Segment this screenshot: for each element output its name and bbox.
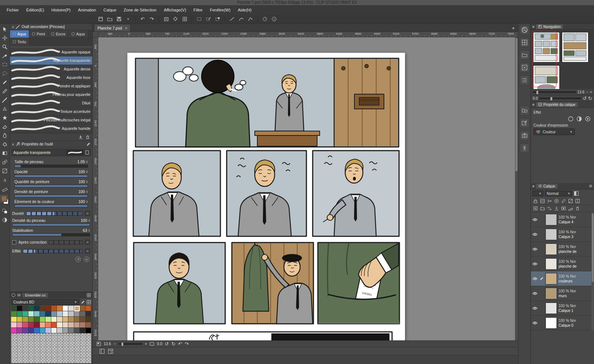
comic-page[interactable]: XAVIER GRALL DJEBEL — [127, 53, 405, 340]
open-file-icon[interactable] — [106, 16, 113, 23]
color-swatch[interactable] — [80, 306, 86, 311]
lock-layer-icon[interactable] — [533, 199, 538, 203]
value-spinner[interactable]: ▲▼ — [88, 219, 90, 222]
vertical-scrollbar[interactable] — [515, 37, 518, 340]
tool-selection-icon[interactable] — [1, 60, 9, 69]
nav-zoom-out-icon[interactable]: − — [586, 90, 588, 94]
color-wheel-icon[interactable] — [11, 293, 16, 297]
lock-transparency-icon[interactable] — [540, 199, 545, 203]
visibility-eye-icon[interactable] — [532, 247, 538, 251]
color-swatch[interactable] — [40, 317, 46, 322]
color-swatch[interactable] — [51, 322, 57, 328]
layer-property-header[interactable]: ≡ Propriété du calque — [531, 102, 594, 108]
color-swatch[interactable] — [28, 317, 34, 322]
blend-mode-select[interactable]: Normal ▼ — [545, 190, 572, 196]
rotate-left-icon[interactable]: ↺ — [165, 341, 169, 346]
color-swatch[interactable] — [86, 306, 92, 311]
nav-zoom-handle[interactable] — [536, 90, 539, 95]
color-swatch[interactable] — [57, 328, 63, 333]
layer-name[interactable]: Calque 4 — [559, 220, 593, 224]
layers-panel-header[interactable]: ≡ Calque — [531, 183, 594, 189]
nav-zoom-in-icon[interactable]: + — [590, 90, 592, 94]
screen-color-icon[interactable] — [1, 216, 9, 224]
zoom-slider[interactable] — [119, 343, 142, 345]
zoom-slider-handle[interactable] — [121, 342, 124, 346]
layer-name[interactable]: Calque 0 — [559, 323, 593, 328]
color-swatch[interactable] — [28, 311, 34, 317]
zoom-out-icon[interactable]: − — [113, 342, 116, 346]
save-dropdown-icon[interactable]: ▾ — [124, 16, 132, 23]
value-spinner[interactable]: ▲▼ — [86, 200, 88, 203]
layer-row[interactable]: 100 % Nor planche de — [531, 257, 594, 271]
nav-rotate-right-icon[interactable]: ↻ — [588, 96, 592, 101]
tool-blend-icon[interactable] — [1, 131, 9, 140]
effect-extract-icon[interactable] — [585, 116, 591, 122]
layer-color-icon[interactable] — [568, 199, 573, 203]
reset-settings-icon[interactable]: ↺ — [75, 257, 81, 262]
value-spinner[interactable]: ▲▼ — [86, 160, 88, 163]
color-swatch[interactable] — [80, 328, 86, 333]
layer-row[interactable]: 100 % Nor Calque 4 — [531, 212, 594, 227]
subtool-item[interactable]: Aquarelle humide — [10, 124, 92, 133]
color-swatch[interactable] — [63, 317, 69, 322]
color-swatch[interactable] — [45, 311, 51, 317]
delete-layer-icon[interactable] — [575, 206, 580, 211]
menu-item[interactable]: Histoire(P) — [48, 5, 74, 15]
menu-item[interactable]: Calque — [100, 5, 120, 15]
layer-thumbnail[interactable] — [545, 273, 557, 285]
menu-item[interactable]: Affichage(V) — [160, 5, 190, 15]
taper-slider[interactable] — [23, 249, 83, 253]
menu-item[interactable]: Animation — [74, 5, 100, 15]
tool-move-icon[interactable] — [1, 34, 9, 42]
panel-menu-icon[interactable]: ≡ — [12, 25, 14, 29]
visibility-eye-icon[interactable] — [532, 321, 538, 325]
tool-eraser-icon[interactable] — [1, 122, 9, 131]
subtool-tab[interactable]: Aqua — [69, 30, 88, 38]
register-icon[interactable] — [85, 150, 89, 155]
subtool-item[interactable]: Aquarelle transparente — [10, 56, 92, 65]
color-swatch[interactable] — [45, 322, 51, 328]
tool-lasso-icon[interactable] — [1, 69, 9, 78]
navigation-tab[interactable]: Navigation — [536, 24, 563, 29]
draft-layer-icon[interactable] — [561, 199, 566, 203]
nav-rotate-slider[interactable] — [539, 97, 581, 99]
color-swatch[interactable] — [40, 306, 46, 311]
current-brush-row[interactable]: Aquarelle transparente — [11, 149, 91, 156]
color-swatch[interactable] — [23, 311, 28, 317]
redo-icon[interactable]: ↷ — [148, 16, 155, 23]
mask-icon[interactable] — [561, 206, 566, 211]
menu-item[interactable]: Fichier — [3, 5, 23, 15]
layer-property-tab[interactable]: Propriété du calque — [536, 102, 578, 107]
value-spinner[interactable]: ▲▼ — [88, 229, 90, 232]
selection-rect-icon[interactable] — [195, 16, 203, 23]
subtool-tab[interactable]: Peint — [29, 30, 48, 38]
color-swatch[interactable] — [40, 322, 46, 328]
layer-name[interactable]: Calque 3 — [559, 234, 593, 239]
nav-rotate-handle[interactable] — [550, 97, 553, 101]
tool-operation-icon[interactable] — [1, 25, 9, 33]
color-swatch[interactable] — [11, 306, 17, 311]
layer-row[interactable]: 100 % Nor Calque 1 — [531, 301, 594, 316]
edit-properties-icon[interactable] — [86, 142, 90, 146]
palette-color-combo[interactable]: ▼ — [532, 190, 543, 196]
color-swatch[interactable] — [45, 328, 51, 333]
camera-panel-icon[interactable] — [520, 131, 529, 140]
selection-erase-icon[interactable] — [214, 16, 221, 23]
color-swatch[interactable] — [28, 306, 34, 311]
color-swatch[interactable] — [86, 328, 92, 333]
tool-zoom-icon[interactable] — [1, 42, 9, 51]
color-swatch[interactable] — [86, 322, 92, 328]
subtool-tab[interactable]: Aqua — [10, 30, 29, 38]
page-thumbnail[interactable] — [533, 32, 560, 62]
delete-icon[interactable] — [162, 16, 170, 23]
color-set-tab[interactable]: Ensemble co — [23, 293, 48, 298]
color-swatch[interactable] — [51, 306, 57, 311]
line-curve-icon[interactable] — [237, 16, 245, 23]
color-chips[interactable] — [1, 195, 9, 206]
color-swatch[interactable] — [63, 306, 69, 311]
undo-icon[interactable]: ↶ — [139, 16, 146, 23]
ruler-layer-icon[interactable] — [568, 206, 573, 211]
color-set-select[interactable]: Couleurs BD ▼ — [11, 299, 79, 305]
panel-menu-icon[interactable]: ≡ — [532, 25, 535, 29]
color-swatch[interactable] — [34, 317, 40, 322]
